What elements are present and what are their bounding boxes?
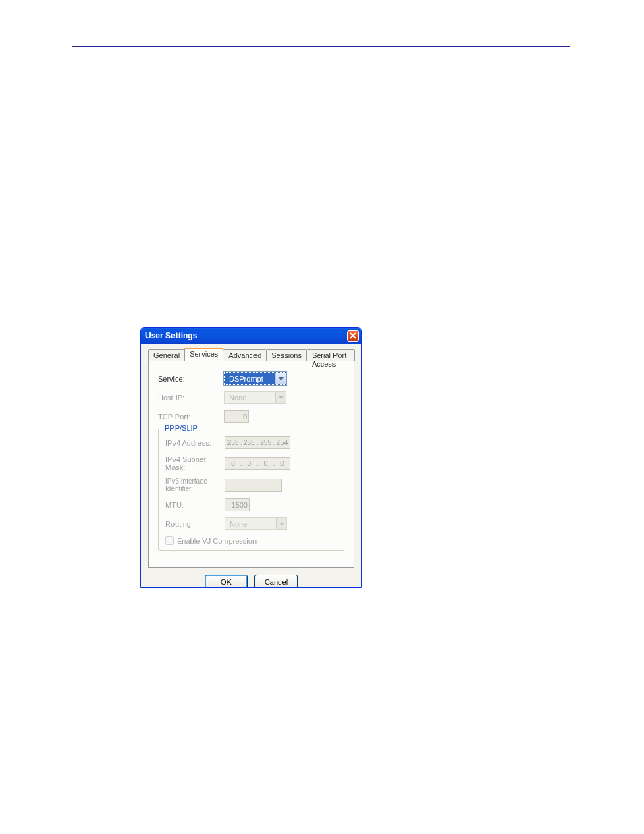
page-divider	[72, 46, 570, 47]
service-select[interactable]: DSPrompt	[224, 372, 286, 385]
tab-serial-port-access[interactable]: Serial Port Access	[306, 349, 355, 361]
cancel-button[interactable]: Cancel	[254, 575, 298, 588]
routing-select: None	[225, 517, 287, 530]
vj-compression-checkbox	[165, 536, 174, 545]
ipv6-iid-input	[225, 479, 282, 492]
ipv4-subnet-label: IPv4 Subnet Mask:	[165, 455, 225, 471]
mtu-input	[225, 498, 250, 511]
mtu-label: MTU:	[165, 501, 225, 509]
ok-button[interactable]: OK	[205, 575, 248, 588]
ipv6-iid-label: IPv6 Interface Identifier:	[165, 477, 225, 492]
ipv4-address-label: IPv4 Address:	[165, 439, 225, 447]
dialog-body: General Services Advanced Sessions Seria…	[141, 344, 361, 587]
ipv4-address-input: 255. 255. 255. 254	[225, 436, 290, 449]
ppp-slip-legend: PPP/SLIP	[163, 424, 200, 432]
user-settings-dialog: User Settings General Services Advanced …	[140, 327, 362, 588]
tab-advanced[interactable]: Advanced	[223, 349, 267, 361]
tab-general[interactable]: General	[148, 349, 185, 361]
tab-services[interactable]: Services	[184, 348, 223, 361]
tab-sessions[interactable]: Sessions	[266, 349, 307, 361]
titlebar: User Settings	[141, 328, 361, 344]
tab-strip: General Services Advanced Sessions Seria…	[148, 348, 354, 361]
vj-compression-label: Enable VJ Compression	[177, 537, 257, 545]
tcpport-input	[224, 410, 249, 423]
services-panel: Service: DSPrompt Host IP: None	[148, 361, 354, 568]
routing-label: Routing:	[165, 520, 225, 528]
service-label: Service:	[158, 375, 224, 383]
ppp-slip-group: PPP/SLIP IPv4 Address: 255. 255. 255. 25…	[158, 429, 344, 551]
dialog-buttons: OK Cancel	[148, 575, 354, 588]
close-button[interactable]	[347, 330, 359, 342]
hostip-select: None	[224, 391, 286, 404]
close-icon	[350, 332, 356, 339]
ipv4-subnet-input: 0. 0. 0. 0	[225, 457, 290, 470]
dialog-title: User Settings	[145, 331, 197, 340]
hostip-label: Host IP:	[158, 394, 224, 402]
tcpport-label: TCP Port:	[158, 413, 224, 421]
